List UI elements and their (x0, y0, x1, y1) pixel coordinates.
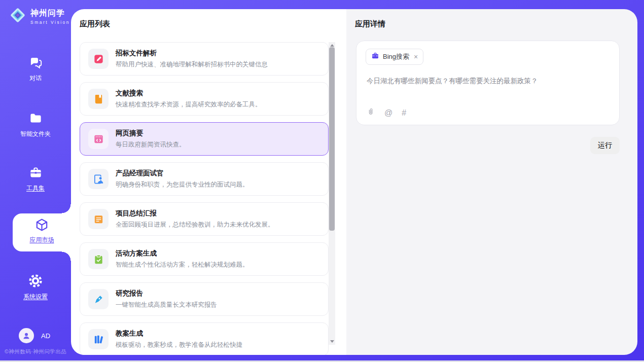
folder-icon (29, 118, 43, 127)
sidebar-item-label: 智能文件夹 (0, 130, 71, 138)
app-card-title: 研究报告 (116, 289, 217, 298)
copyright-footer: ©神州数码·神州问学出品 (5, 348, 66, 355)
app-card[interactable]: 招标文件解析 帮助用户快速、准确地理解和解析招标书中的关键信息 (80, 42, 329, 76)
app-card-title: 教案生成 (116, 329, 242, 338)
attachment-icon[interactable] (367, 107, 375, 118)
bubble-bottom-curve (62, 251, 71, 261)
app-card-description: 一键智能生成高质量长文本研究报告 (116, 301, 217, 309)
app-card[interactable]: 网页摘要 每日政府新闻资讯快查。 (80, 122, 329, 156)
briefcase-icon (371, 52, 379, 62)
app-card[interactable]: 活动方案生成 智能生成个性化活动方案，轻松解决规划难题。 (80, 242, 329, 276)
sidebar-item-label: 应用市场 (13, 236, 71, 244)
app-detail-title: 应用详情 (355, 19, 385, 29)
scroll-down-icon[interactable] (330, 340, 334, 343)
calendar-icon (88, 209, 109, 229)
app-card-description: 快速精准查找学术资源，提高研究效率的必备工具。 (116, 100, 262, 109)
app-card[interactable]: 研究报告 一键智能生成高质量长文本研究报告 (80, 282, 329, 316)
sidebar-item-label: 对话 (0, 74, 71, 83)
app-detail-panel: 应用详情 Bing搜索 × 今日湖北有哪些新闻要点？有哪些需要关注的最新政策？ (346, 9, 637, 355)
chat-icon (29, 62, 43, 71)
app-card-description: 模板驱动，教案秒成，教学准备从此轻松快捷 (116, 341, 242, 349)
prompt-toolbar: @ # (367, 107, 406, 118)
clipboard-check-icon (88, 249, 109, 269)
app-card[interactable]: 教案生成 模板驱动，教案秒成，教学准备从此轻松快捷 (80, 322, 329, 355)
interviewer-icon (88, 169, 109, 189)
cube-icon (34, 225, 49, 234)
app-card-description: 明确身份和职责，为您提供专业性的面试问题。 (116, 180, 249, 189)
user-account[interactable]: AD (19, 328, 50, 343)
sidebar-item-toolset[interactable]: 工具集 (0, 166, 71, 193)
app-card-title: 网页摘要 (116, 129, 186, 138)
bubble-top-curve (62, 204, 71, 213)
app-list-panel: 应用列表 招标文件解析 帮助用户快速、准确地理解和解析招标书中的关键信息 文献搜… (71, 9, 346, 355)
app-list: 招标文件解析 帮助用户快速、准确地理解和解析招标书中的关键信息 文献搜索 快速精… (80, 42, 329, 355)
gear-icon (28, 281, 43, 289)
edit-icon (88, 49, 109, 69)
user-avatar-icon (19, 328, 34, 343)
app-card[interactable]: 项目总结汇报 全面回顾项目进展，总结经验教训，助力未来优化发展。 (80, 202, 329, 236)
diamond-logo-icon (8, 6, 27, 27)
app-card-title: 招标文件解析 (116, 49, 268, 58)
sidebar-item-label: 工具集 (0, 184, 71, 193)
sidebar-item-app-market-selected[interactable]: 应用市场 (13, 213, 71, 251)
app-card-title: 活动方案生成 (116, 249, 249, 258)
sidebar: 神州问学 Smart Vision 对话 智能文件夹 (0, 0, 71, 360)
browser-icon (88, 129, 109, 149)
prompt-input[interactable]: 今日湖北有哪些新闻要点？有哪些需要关注的最新政策？ (367, 77, 609, 86)
app-card-title: 产品经理面试官 (116, 169, 249, 178)
app-card[interactable]: 文献搜索 快速精准查找学术资源，提高研究效率的必备工具。 (80, 82, 329, 116)
toolbox-icon (29, 172, 43, 181)
brand-subtitle: Smart Vision (30, 20, 70, 25)
user-name: AD (41, 332, 50, 340)
sidebar-item-settings[interactable]: 系统设置 (0, 274, 71, 301)
app-card-description: 智能生成个性化活动方案，轻松解决规划难题。 (116, 261, 249, 269)
tool-tag-label: Bing搜索 (383, 52, 409, 61)
pen-icon (88, 289, 109, 309)
main-window: 应用列表 招标文件解析 帮助用户快速、准确地理解和解析招标书中的关键信息 文献搜… (71, 9, 637, 355)
book-icon (88, 89, 109, 109)
hash-icon[interactable]: # (402, 108, 406, 118)
scroll-up-icon[interactable] (330, 44, 334, 47)
mention-icon[interactable]: @ (384, 108, 392, 118)
app-list-title: 应用列表 (80, 19, 110, 29)
prompt-card: Bing搜索 × 今日湖北有哪些新闻要点？有哪些需要关注的最新政策？ @ # (356, 41, 620, 125)
app-card-title: 文献搜索 (116, 89, 262, 98)
app-card-title: 项目总结汇报 (116, 209, 274, 218)
books-icon (88, 329, 109, 349)
sidebar-item-chat[interactable]: 对话 (0, 56, 71, 83)
scrollbar-thumb[interactable] (329, 47, 335, 231)
close-icon[interactable]: × (414, 53, 418, 60)
sidebar-item-smart-folder[interactable]: 智能文件夹 (0, 112, 71, 138)
app-card-description: 全面回顾项目进展，总结经验教训，助力未来优化发展。 (116, 221, 274, 229)
brand-logo: 神州问学 Smart Vision (8, 6, 70, 27)
run-button[interactable]: 运行 (590, 137, 620, 154)
scrollbar-track[interactable] (329, 42, 335, 345)
sidebar-item-label: 系统设置 (0, 293, 71, 301)
app-card-description: 每日政府新闻资讯快查。 (116, 140, 186, 149)
app-card[interactable]: 产品经理面试官 明确身份和职责，为您提供专业性的面试问题。 (80, 162, 329, 196)
brand-name: 神州问学 (30, 9, 65, 17)
app-card-description: 帮助用户快速、准确地理解和解析招标书中的关键信息 (116, 60, 268, 69)
tool-tag-bing-search[interactable]: Bing搜索 × (366, 49, 423, 65)
